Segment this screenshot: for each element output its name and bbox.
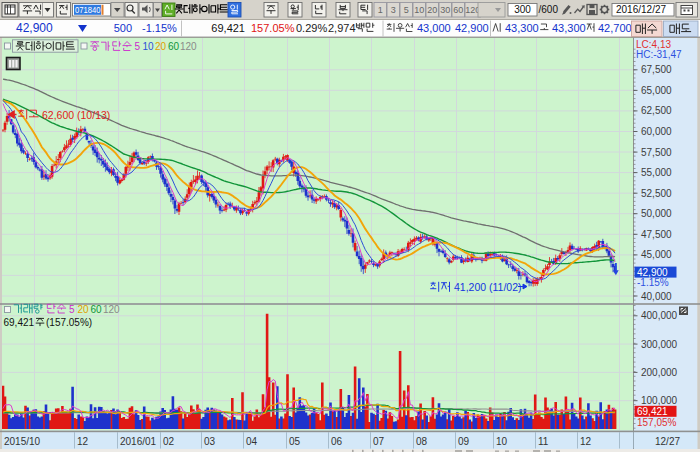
svg-text:/600: /600 xyxy=(539,4,559,15)
svg-text:11: 11 xyxy=(538,436,549,447)
svg-text:43,000: 43,000 xyxy=(417,22,451,34)
svg-text:0.29%: 0.29% xyxy=(296,22,327,34)
svg-text:200,000: 200,000 xyxy=(641,367,678,378)
svg-text:07: 07 xyxy=(373,436,385,447)
svg-text:5: 5 xyxy=(404,5,409,15)
svg-text:300,000: 300,000 xyxy=(641,339,678,350)
svg-text:157.05%: 157.05% xyxy=(251,22,295,34)
svg-text:1: 1 xyxy=(378,5,383,15)
svg-text:20: 20 xyxy=(427,5,437,15)
svg-text:42,900: 42,900 xyxy=(16,21,53,35)
svg-text:157,05%: 157,05% xyxy=(637,417,677,428)
svg-text:69,421: 69,421 xyxy=(4,317,35,328)
svg-text:57,500: 57,500 xyxy=(641,147,672,158)
svg-text:43,300: 43,300 xyxy=(505,22,539,34)
svg-text:3: 3 xyxy=(391,5,396,15)
svg-text:67,500: 67,500 xyxy=(641,64,672,75)
svg-text:52,500: 52,500 xyxy=(641,188,672,199)
svg-text:12: 12 xyxy=(77,436,89,447)
svg-text:12/27: 12/27 xyxy=(655,436,680,447)
svg-text:09: 09 xyxy=(458,436,470,447)
svg-text:HC:-31,47: HC:-31,47 xyxy=(636,49,682,60)
svg-text:120: 120 xyxy=(103,304,120,315)
svg-text:42,700: 42,700 xyxy=(598,22,632,34)
svg-text:69,421: 69,421 xyxy=(211,22,245,34)
svg-text:500: 500 xyxy=(114,22,132,34)
svg-text:62,600 (10/13): 62,600 (10/13) xyxy=(42,109,110,121)
svg-text:04: 04 xyxy=(246,436,258,447)
svg-text:10: 10 xyxy=(496,436,508,447)
svg-text:(157.05%): (157.05%) xyxy=(46,317,92,328)
svg-text:071840: 071840 xyxy=(75,5,101,15)
svg-text:62,500: 62,500 xyxy=(641,105,672,116)
svg-text:20: 20 xyxy=(78,304,90,315)
svg-text:2015/10: 2015/10 xyxy=(4,436,41,447)
svg-text:65,000: 65,000 xyxy=(641,85,672,96)
svg-text:60: 60 xyxy=(453,5,463,15)
svg-text:2,974: 2,974 xyxy=(328,22,356,34)
svg-text:400,000: 400,000 xyxy=(641,310,678,321)
svg-text:120: 120 xyxy=(180,41,197,52)
svg-text:10: 10 xyxy=(414,5,424,15)
svg-text:60: 60 xyxy=(91,304,103,315)
svg-text:-1.15%: -1.15% xyxy=(637,277,669,288)
svg-text:2016/01: 2016/01 xyxy=(120,436,157,447)
svg-text:55,000: 55,000 xyxy=(641,167,672,178)
svg-text:45,000: 45,000 xyxy=(641,249,672,260)
svg-text:43,300: 43,300 xyxy=(552,22,586,34)
svg-text:50,000: 50,000 xyxy=(641,208,672,219)
svg-text:10: 10 xyxy=(143,41,155,52)
svg-text:30: 30 xyxy=(440,5,450,15)
svg-text:42,900: 42,900 xyxy=(455,22,489,34)
svg-text:47,500: 47,500 xyxy=(641,229,672,240)
svg-text:69,421: 69,421 xyxy=(637,406,668,417)
svg-text:60: 60 xyxy=(168,41,180,52)
svg-text:20: 20 xyxy=(155,41,167,52)
svg-text:05: 05 xyxy=(289,436,301,447)
svg-text:12: 12 xyxy=(580,436,592,447)
svg-text:06: 06 xyxy=(331,436,343,447)
svg-text:41,200 (11/02): 41,200 (11/02) xyxy=(454,281,522,293)
svg-text:60,000: 60,000 xyxy=(641,126,672,137)
svg-text:5: 5 xyxy=(69,304,75,315)
svg-text:-1.15%: -1.15% xyxy=(142,22,177,34)
svg-text:40,000: 40,000 xyxy=(641,291,672,302)
svg-text:08: 08 xyxy=(416,436,428,447)
svg-text:300: 300 xyxy=(514,4,531,15)
svg-text:42,900: 42,900 xyxy=(637,267,668,278)
svg-text:02: 02 xyxy=(163,436,175,447)
svg-text:5: 5 xyxy=(135,41,141,52)
svg-text:2016/12/27: 2016/12/27 xyxy=(616,4,666,15)
svg-text:03: 03 xyxy=(204,436,216,447)
